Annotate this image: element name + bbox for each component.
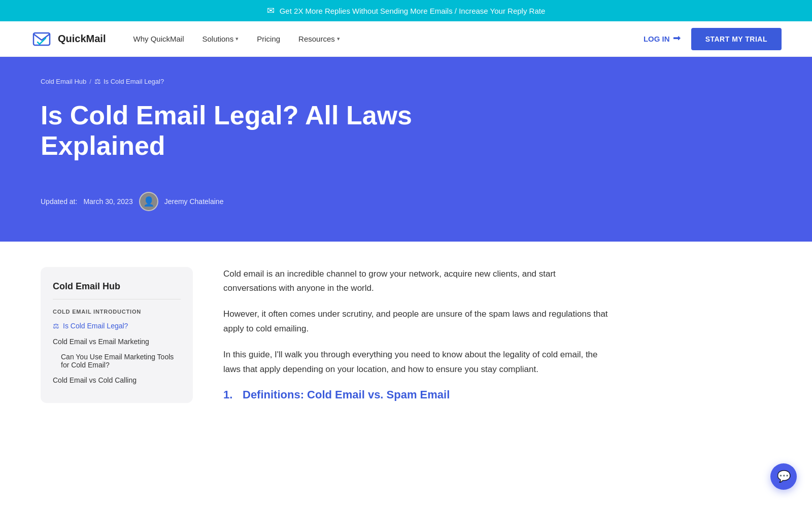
nav-links: Why QuickMail Solutions ▾ Pricing Resour… xyxy=(126,30,347,47)
main-content: Cold Email Hub COLD EMAIL INTRODUCTION ⚖… xyxy=(0,242,812,428)
article-para-2: However, it often comes under scrutiny, … xyxy=(223,307,609,336)
hero-meta: Updated at: March 30, 2023 👤 Jeremy Chat… xyxy=(41,192,771,211)
breadcrumb: Cold Email Hub / ⚖ Is Cold Email Legal? xyxy=(41,77,771,85)
article-para-3: In this guide, I'll walk you through eve… xyxy=(223,348,609,377)
sidebar-link-icon: ⚖ xyxy=(53,322,59,330)
nav-item-solutions[interactable]: Solutions ▾ xyxy=(195,30,246,47)
top-banner[interactable]: ✉ Get 2X More Replies Without Sending Mo… xyxy=(0,0,812,21)
sidebar-title: Cold Email Hub xyxy=(53,281,181,299)
start-trial-button[interactable]: START MY TRIAL xyxy=(691,28,782,50)
sidebar-item-0: Cold Email vs Email Marketing xyxy=(53,335,181,348)
email-icon: ✉ xyxy=(267,5,275,16)
navbar-right: LOG IN ⮕ START MY TRIAL xyxy=(644,28,782,50)
breadcrumb-parent-link[interactable]: Cold Email Hub xyxy=(41,78,86,85)
article-heading-1: 1. Definitions: Cold Email vs. Spam Emai… xyxy=(223,388,609,401)
chevron-down-icon-resources: ▾ xyxy=(337,36,340,42)
author-name: Jeremy Chatelaine xyxy=(164,197,224,206)
login-icon: ⮕ xyxy=(673,35,681,44)
nav-link-why[interactable]: Why QuickMail xyxy=(126,30,191,47)
author-avatar: 👤 xyxy=(139,192,158,211)
updated-label: Updated at: xyxy=(41,197,77,206)
nav-item-resources[interactable]: Resources ▾ xyxy=(291,30,347,47)
logo-link[interactable]: QuickMail xyxy=(30,28,106,50)
heading-text: Definitions: Cold Email vs. Spam Email xyxy=(243,388,450,401)
navbar-left: QuickMail Why QuickMail Solutions ▾ Pric… xyxy=(30,28,347,50)
breadcrumb-current: ⚖ Is Cold Email Legal? xyxy=(94,77,164,85)
login-label: LOG IN xyxy=(644,35,670,43)
sidebar-active-link-text: Is Cold Email Legal? xyxy=(63,322,128,330)
banner-text: Get 2X More Replies Without Sending More… xyxy=(280,7,546,15)
chevron-down-icon: ▾ xyxy=(235,36,239,42)
article: Cold email is an incredible channel to g… xyxy=(223,267,609,401)
breadcrumb-separator: / xyxy=(89,78,91,85)
updated-date: March 30, 2023 xyxy=(83,197,132,206)
article-heading-1-wrapper: 1. Definitions: Cold Email vs. Spam Emai… xyxy=(223,388,609,401)
nav-item-pricing[interactable]: Pricing xyxy=(250,30,287,47)
hero-title: Is Cold Email Legal? All Laws Explained xyxy=(41,100,497,161)
sidebar: Cold Email Hub COLD EMAIL INTRODUCTION ⚖… xyxy=(41,267,193,403)
sidebar-section-label: COLD EMAIL INTRODUCTION xyxy=(53,309,181,315)
article-para-1: Cold email is an incredible channel to g… xyxy=(223,267,609,296)
breadcrumb-icon: ⚖ xyxy=(94,77,101,85)
heading-number: 1. xyxy=(223,388,238,401)
hero-section: Cold Email Hub / ⚖ Is Cold Email Legal? … xyxy=(0,57,812,242)
login-button[interactable]: LOG IN ⮕ xyxy=(644,35,681,44)
nav-link-solutions[interactable]: Solutions ▾ xyxy=(195,30,246,47)
nav-link-resources[interactable]: Resources ▾ xyxy=(291,30,347,47)
sidebar-item-1: Can You Use Email Marketing Tools for Co… xyxy=(53,350,181,372)
nav-link-pricing[interactable]: Pricing xyxy=(250,30,287,47)
breadcrumb-current-text: Is Cold Email Legal? xyxy=(104,78,164,85)
nav-item-why[interactable]: Why QuickMail xyxy=(126,30,191,47)
sidebar-active-link[interactable]: ⚖ Is Cold Email Legal? xyxy=(53,320,181,332)
navbar: QuickMail Why QuickMail Solutions ▾ Pric… xyxy=(0,21,812,57)
logo-icon xyxy=(30,28,53,50)
sidebar-item-2: Cold Email vs Cold Calling xyxy=(53,374,181,387)
logo-text: QuickMail xyxy=(58,33,106,45)
